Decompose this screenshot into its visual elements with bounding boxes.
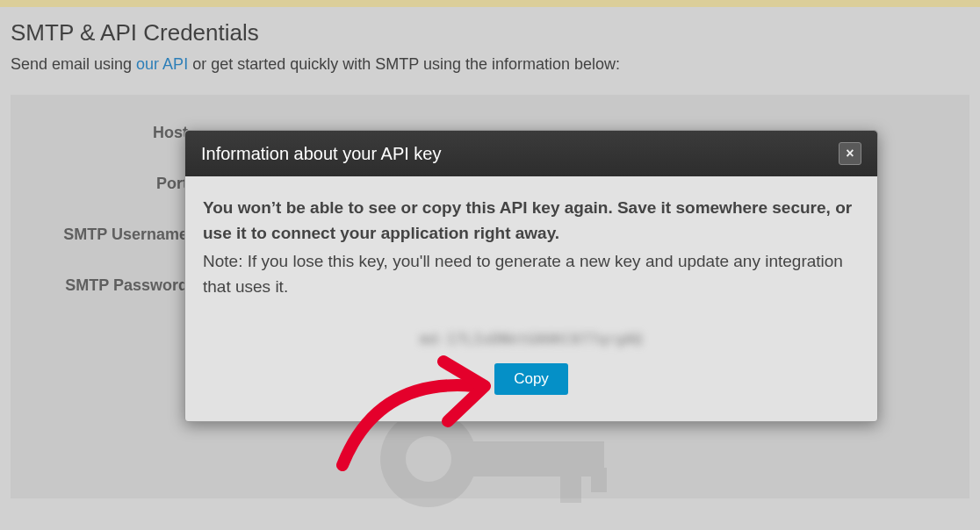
copy-button[interactable]: Copy: [494, 363, 568, 395]
modal-title: Information about your API key: [201, 144, 442, 164]
copy-row: Copy: [203, 363, 860, 395]
modal-header: Information about your API key ×: [185, 131, 877, 176]
modal-body: You won’t be able to see or copy this AP…: [185, 176, 877, 421]
api-key-modal: Information about your API key × You won…: [184, 130, 878, 422]
close-icon: ×: [846, 146, 854, 161]
close-button[interactable]: ×: [839, 142, 861, 165]
modal-warning: You won’t be able to see or copy this AP…: [203, 196, 860, 246]
api-key-preview: md-17LIoDNktG06KC077qrgAQ: [203, 331, 860, 347]
modal-note: Note: If you lose this key, you'll need …: [203, 249, 860, 299]
